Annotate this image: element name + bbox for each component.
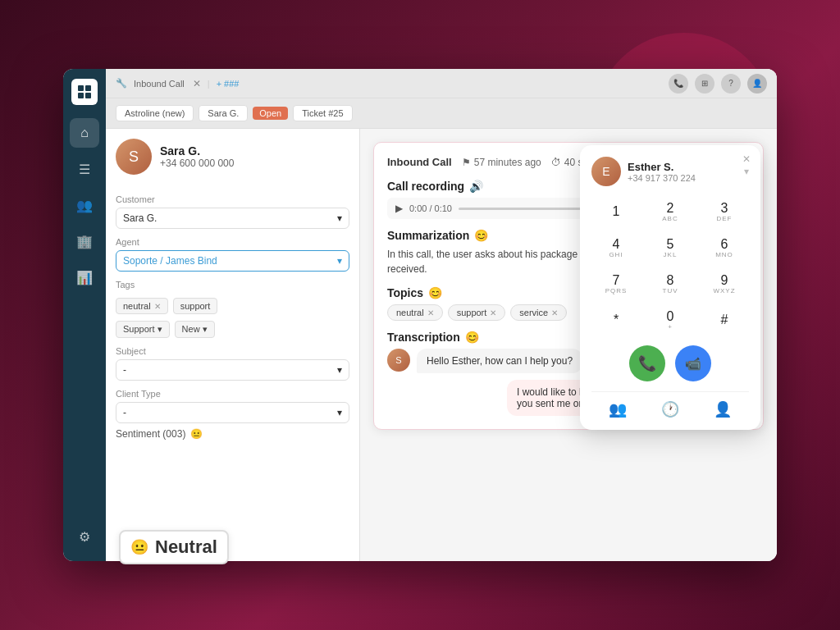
right-panel: Inbound Call ⚑ 57 minutes ago ⏱ 40 s 📞 xyxy=(360,129,777,561)
topic-neutral-remove[interactable]: ✕ xyxy=(427,308,434,317)
customer-select[interactable]: Sara G. ▾ xyxy=(116,208,349,229)
app-window: ⌂ ☰ 👥 🏢 📊 ⚙ 🔧 Inbound Call ✕ | + ### 📞 xyxy=(63,69,777,561)
topic-support[interactable]: support ✕ xyxy=(448,304,506,321)
call-time-ago: ⚑ 57 minutes ago xyxy=(462,157,541,168)
tickets-icon: ☰ xyxy=(79,162,90,177)
dial-call-icon: 📞 xyxy=(638,354,656,372)
topbar-close[interactable]: ✕ xyxy=(193,78,201,89)
contact-header: S Sara G. +34 600 000 000 xyxy=(116,139,349,175)
transcription-label: Transcription xyxy=(387,331,460,344)
dial-key-5[interactable]: 5JKL xyxy=(646,232,695,263)
topbar-new-tab[interactable]: + ### xyxy=(217,79,240,89)
left-panel: S Sara G. +34 600 000 000 Customer Sara … xyxy=(106,129,360,561)
dialpad-footer-group[interactable]: 👥 xyxy=(609,400,627,418)
sentiment-emoji: 😐 xyxy=(190,428,203,440)
dial-key-2[interactable]: 2ABC xyxy=(646,196,695,227)
neutral-emoji: 😐 xyxy=(130,538,148,556)
client-type-value: - xyxy=(123,407,126,418)
dial-key-8[interactable]: 8TUV xyxy=(646,268,695,299)
transcription-emoji: 😊 xyxy=(465,331,479,344)
status-support[interactable]: Support ▾ xyxy=(116,321,170,338)
topic-service[interactable]: service ✕ xyxy=(510,304,567,321)
dialpad-grid: 1 2ABC 3DEF 4GHI 5JKL 6MNO 7PQRS 8TUV 9W… xyxy=(591,196,749,336)
clock-icon: ⏱ xyxy=(551,157,561,168)
svg-rect-1 xyxy=(85,85,91,91)
breadcrumb-sara[interactable]: Sara G. xyxy=(199,105,248,121)
svg-rect-2 xyxy=(78,93,84,98)
sentiment-row: Sentiment (003) 😐 xyxy=(116,428,349,440)
dialpad-expand-chevron[interactable]: ▾ xyxy=(744,166,749,177)
sidebar-item-settings[interactable]: ⚙ xyxy=(70,522,99,551)
contact-avatar: S xyxy=(116,139,152,175)
grid-icon-btn[interactable]: ⊞ xyxy=(695,74,714,94)
neutral-label: Neutral xyxy=(155,536,217,558)
settings-icon: ⚙ xyxy=(79,529,90,545)
dialpad-footer-transfer[interactable]: 👤 xyxy=(714,400,732,418)
subject-select[interactable]: - ▾ xyxy=(116,359,349,381)
dialpad-caller-name: Esther S. xyxy=(628,161,696,173)
sidebar-item-tickets[interactable]: ☰ xyxy=(70,154,99,184)
ticket-area: S Sara G. +34 600 000 000 Customer Sara … xyxy=(106,129,777,561)
call-meta-title: Inbound Call xyxy=(387,156,452,168)
dialpad-footer: 👥 🕐 👤 xyxy=(591,391,749,418)
subject-label: Subject xyxy=(116,346,349,356)
summarization-label: Summarization xyxy=(387,229,469,242)
help-icon-btn[interactable]: ? xyxy=(721,74,741,94)
sidebar-logo xyxy=(71,79,98,105)
sidebar-item-analytics[interactable]: 📊 xyxy=(70,262,99,292)
topbar: 🔧 Inbound Call ✕ | + ### 📞 ⊞ ? 👤 xyxy=(106,69,777,98)
dial-video-button[interactable]: 📹 xyxy=(675,345,711,381)
user-avatar-btn[interactable]: 👤 xyxy=(747,74,767,94)
tag-neutral-text: neutral xyxy=(123,301,151,311)
tag-support[interactable]: support xyxy=(173,298,218,314)
dial-key-star[interactable]: * xyxy=(591,304,641,336)
dialpad-close-button[interactable]: ✕ xyxy=(742,153,751,165)
dial-key-hash[interactable]: # xyxy=(700,304,749,336)
dial-key-0[interactable]: 0+ xyxy=(646,304,695,336)
breadcrumb-ticket[interactable]: Ticket #25 xyxy=(293,105,352,121)
dial-call-button[interactable]: 📞 xyxy=(629,345,665,381)
home-icon: ⌂ xyxy=(80,126,89,140)
dial-video-icon: 📹 xyxy=(685,356,701,372)
recording-label: Call recording xyxy=(387,180,464,193)
status-support-text: Support xyxy=(123,324,155,334)
sentiment-label: Sentiment (003) xyxy=(116,428,185,440)
contact-name: Sara G. xyxy=(160,144,234,158)
subject-value: - xyxy=(123,364,126,376)
agent-value: Soporte / James Bind xyxy=(123,255,217,267)
client-type-label: Client Type xyxy=(116,389,349,399)
agent-label: Agent xyxy=(116,237,349,247)
sidebar-item-buildings[interactable]: 🏢 xyxy=(70,226,99,256)
tags-row: neutral ✕ support xyxy=(116,298,349,314)
dial-key-7[interactable]: 7PQRS xyxy=(591,268,641,299)
dial-key-1[interactable]: 1 xyxy=(591,196,641,227)
dial-key-9[interactable]: 9WXYZ xyxy=(700,268,749,299)
tags-label: Tags xyxy=(116,280,349,290)
customer-value: Sara G. xyxy=(123,212,157,224)
client-type-chevron: ▾ xyxy=(337,407,342,418)
topic-service-remove[interactable]: ✕ xyxy=(551,308,558,317)
topic-neutral[interactable]: neutral ✕ xyxy=(387,304,443,321)
customer-label: Customer xyxy=(116,194,349,204)
tag-neutral[interactable]: neutral ✕ xyxy=(116,298,168,314)
topic-support-remove[interactable]: ✕ xyxy=(490,308,496,317)
dial-key-3[interactable]: 3DEF xyxy=(700,196,749,227)
breadcrumb-astroline[interactable]: Astroline (new) xyxy=(116,105,194,121)
client-type-select[interactable]: - ▾ xyxy=(116,402,349,423)
dialpad-actions: 📞 📹 xyxy=(591,345,749,381)
sidebar-item-home[interactable]: ⌂ xyxy=(70,118,99,148)
status-new[interactable]: New ▾ xyxy=(175,321,215,338)
play-button[interactable]: ▶ xyxy=(395,203,403,214)
analytics-icon: 📊 xyxy=(76,270,93,285)
tag-neutral-remove[interactable]: ✕ xyxy=(154,302,161,311)
phone-icon-btn: 📞 xyxy=(669,74,688,94)
sidebar: ⌂ ☰ 👥 🏢 📊 ⚙ xyxy=(63,69,106,561)
msg-avatar-left: S xyxy=(387,349,410,372)
sidebar-item-contacts[interactable]: 👥 xyxy=(70,190,99,220)
dial-key-4[interactable]: 4GHI xyxy=(591,232,641,263)
dialpad-footer-history[interactable]: 🕐 xyxy=(661,400,679,418)
breadcrumb-tabs: Astroline (new) Sara G. Open Ticket #25 xyxy=(106,98,777,129)
topbar-icons: 📞 ⊞ ? 👤 xyxy=(669,74,767,94)
agent-select[interactable]: Soporte / James Bind ▾ xyxy=(116,250,349,272)
dial-key-6[interactable]: 6MNO xyxy=(700,232,749,263)
